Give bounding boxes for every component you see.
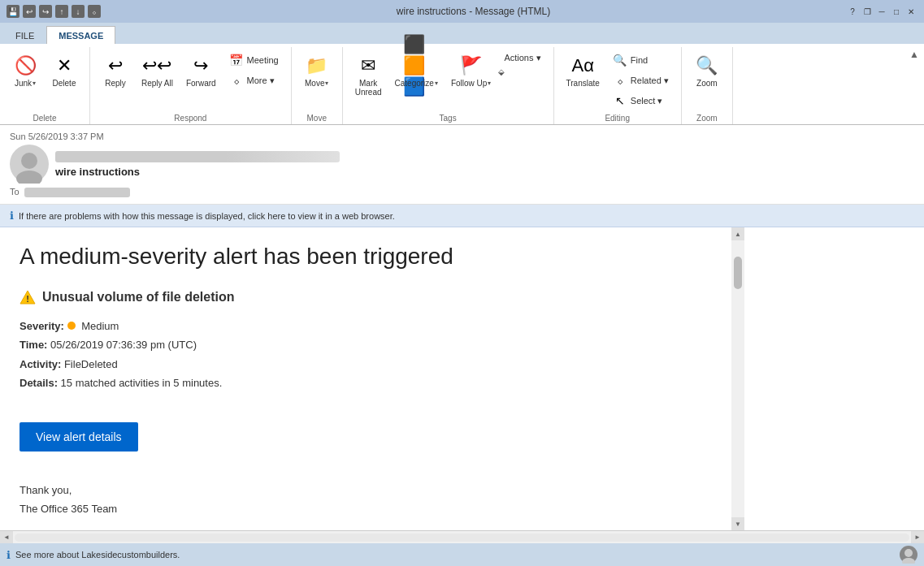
svg-point-4 <box>904 549 913 557</box>
editing-small-group: 🔍 Find ⬦ Related ▾ ↖ Select ▾ <box>607 50 675 110</box>
info-bar-text: If there are problems with how this mess… <box>19 211 395 221</box>
more-label: More ▾ <box>247 76 275 86</box>
tab-file[interactable]: FILE <box>3 26 46 44</box>
find-button[interactable]: 🔍 Find <box>607 50 675 70</box>
mark-unread-icon: ✉ <box>355 53 381 79</box>
svg-point-0 <box>21 153 37 169</box>
redo-icon[interactable]: ↪ <box>39 5 52 18</box>
help-button[interactable]: ? <box>846 5 859 18</box>
scroll-down-button[interactable]: ▼ <box>731 517 744 530</box>
restore-button[interactable]: ❐ <box>861 5 874 18</box>
meeting-icon: 📅 <box>229 53 244 67</box>
find-label: Find <box>631 55 648 65</box>
email-subject: wire instructions <box>55 166 914 178</box>
follow-up-icon: 🚩 <box>458 53 484 79</box>
ribbon: 🚫 Junk ▾ ✕ Delete Delete ↩ Reply ↩↩ Repl… <box>0 44 924 125</box>
app-icons: 💾 ↩ ↪ ↑ ↓ ⬦ <box>7 5 101 18</box>
follow-up-label: Follow Up <box>451 79 487 88</box>
minimize-button[interactable]: ─ <box>875 5 888 18</box>
reply-button[interactable]: ↩ Reply <box>97 50 134 90</box>
meeting-button[interactable]: 📅 Meeting <box>223 50 284 70</box>
severity-dot <box>67 322 76 330</box>
details-row: Details: 15 matched activities in 5 minu… <box>20 374 712 392</box>
horizontal-scrollbar[interactable]: ◄ ► <box>0 530 924 543</box>
status-left: ℹ See more about Lakesidecustombuilders. <box>7 549 180 561</box>
mark-unread-button[interactable]: ✉ MarkUnread <box>349 50 388 99</box>
svg-point-1 <box>16 171 42 184</box>
status-text: See more about Lakesidecustombuilders. <box>15 550 180 560</box>
forward-icon: ↪ <box>188 53 214 79</box>
forward-button[interactable]: ↪ Forward <box>180 50 222 90</box>
select-button[interactable]: ↖ Select ▾ <box>607 91 675 110</box>
respond-group-content: ↩ Reply ↩↩ Reply All ↪ Forward 📅 Meeting… <box>97 50 284 112</box>
zoom-group-label: Zoom <box>696 114 718 123</box>
info-bar[interactable]: ℹ If there are problems with how this me… <box>0 205 924 227</box>
move-label: Move <box>305 79 324 88</box>
ribbon-collapse-button[interactable]: ▲ <box>904 47 924 62</box>
svg-text:!: ! <box>26 294 29 304</box>
scroll-up-button[interactable]: ▲ <box>731 227 744 240</box>
undo-icon[interactable]: ↩ <box>23 5 36 18</box>
time-label: Time: <box>20 339 47 351</box>
follow-up-button[interactable]: 🚩 Follow Up ▾ <box>445 50 497 90</box>
up-icon[interactable]: ↑ <box>55 5 68 18</box>
activity-label: Activity: <box>20 358 61 370</box>
severity-value: Medium <box>81 320 119 332</box>
sender-info: wire instructions <box>55 151 914 178</box>
ribbon-group-delete: 🚫 Junk ▾ ✕ Delete Delete <box>0 47 90 124</box>
ribbon-group-tags: ✉ MarkUnread ⬛🟧🟦 Categorize ▾ 🚩 Follow U… <box>343 47 554 124</box>
delete-button[interactable]: ✕ Delete <box>46 50 83 90</box>
delete-label: Delete <box>53 79 76 88</box>
warning-triangle-icon: ! <box>20 289 36 305</box>
actions-label: Actions ▾ <box>504 53 540 63</box>
maximize-button[interactable]: □ <box>890 5 903 18</box>
actions-button[interactable]: Actions ▾ <box>498 50 546 66</box>
to-label: To <box>10 187 20 197</box>
email-footer: Thank you, The Office 365 Team <box>20 481 712 519</box>
move-icon: 📁 <box>304 53 330 79</box>
hscroll-left-button[interactable]: ◄ <box>0 531 13 544</box>
translate-icon: Aα <box>570 53 596 79</box>
move-dropdown: Move ▾ <box>305 79 328 88</box>
reply-all-icon: ↩↩ <box>144 53 170 79</box>
save-icon[interactable]: 💾 <box>7 5 20 18</box>
junk-button[interactable]: 🚫 Junk ▾ <box>7 50 44 90</box>
footer-line2: The Office 365 Team <box>20 499 712 518</box>
view-alert-button[interactable]: View alert details <box>20 422 138 452</box>
alert-subtitle-text: Unusual volume of file deletion <box>42 290 234 305</box>
tab-message[interactable]: MESSAGE <box>46 26 115 44</box>
status-info-icon: ℹ <box>7 549 11 561</box>
tags-expand-icon[interactable]: ⬙ <box>498 67 546 76</box>
select-icon: ↖ <box>613 93 627 108</box>
related-button[interactable]: ⬦ Related ▾ <box>607 71 675 90</box>
categorize-button[interactable]: ⬛🟧🟦 Categorize ▾ <box>389 50 444 90</box>
reply-label: Reply <box>105 79 126 88</box>
alert-title: A medium-severity alert has been trigger… <box>20 244 712 270</box>
reply-all-button[interactable]: ↩↩ Reply All <box>136 50 179 90</box>
reply-all-label: Reply All <box>141 79 173 88</box>
email-date: Sun 5/26/2019 3:37 PM <box>10 132 914 141</box>
zoom-group-content: 🔍 Zoom <box>688 50 726 112</box>
more-button[interactable]: ⬦ More ▾ <box>223 71 284 90</box>
find-icon: 🔍 <box>613 53 627 67</box>
move-button[interactable]: 📁 Move ▾ <box>298 50 336 90</box>
hscroll-track[interactable] <box>15 534 909 542</box>
down-icon[interactable]: ↓ <box>72 5 85 18</box>
delete-group-label: Delete <box>33 114 57 123</box>
translate-button[interactable]: Aα Translate <box>561 50 605 90</box>
svg-point-5 <box>902 558 915 564</box>
vertical-scrollbar[interactable]: ▲ ▼ <box>731 227 744 530</box>
customize-icon[interactable]: ⬦ <box>88 5 101 18</box>
scroll-thumb[interactable] <box>734 257 742 289</box>
scroll-track[interactable] <box>731 240 744 517</box>
zoom-button[interactable]: 🔍 Zoom <box>688 50 726 90</box>
related-label: Related ▾ <box>631 76 669 86</box>
ribbon-group-editing: Aα Translate 🔍 Find ⬦ Related ▾ ↖ Select… <box>554 47 682 124</box>
hscroll-right-button[interactable]: ► <box>911 531 924 544</box>
time-row: Time: 05/26/2019 07:36:39 pm (UTC) <box>20 335 712 354</box>
time-value: 05/26/2019 07:36:39 pm (UTC) <box>50 339 197 351</box>
close-button[interactable]: ✕ <box>904 5 917 18</box>
ribbon-tabs: FILE MESSAGE <box>0 23 924 44</box>
alert-subtitle: ! Unusual volume of file deletion <box>20 289 712 305</box>
email-body-container: A medium-severity alert has been trigger… <box>0 227 924 530</box>
